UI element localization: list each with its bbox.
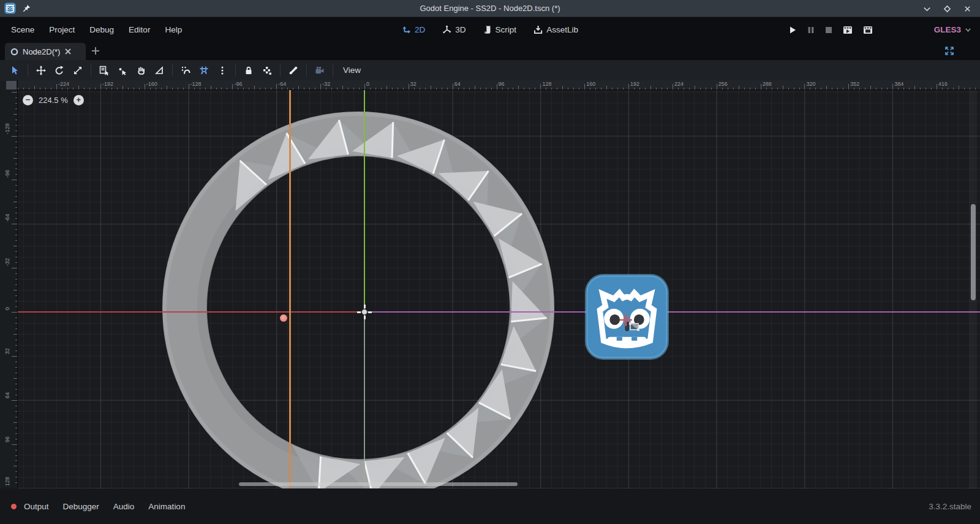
play-button[interactable] — [788, 26, 797, 34]
ss2d-ring-shape — [18, 90, 980, 488]
scale-tool-button[interactable] — [69, 63, 87, 78]
lock-object-button[interactable] — [239, 63, 258, 78]
engine-version-label: 3.3.2.stable — [929, 502, 971, 511]
viewport-canvas[interactable]: − 224.5 % + — [18, 90, 980, 488]
move-icon — [36, 66, 46, 75]
canvas-toolbar: View — [0, 60, 980, 80]
workspace-assetlib-button[interactable]: AssetLib — [533, 25, 578, 34]
2d-icon — [402, 25, 411, 34]
window-title: Godot Engine - SS2D - Node2D.tscn (*) — [0, 4, 980, 13]
shape-control-point[interactable] — [280, 314, 287, 322]
vertical-ruler: -128-96-64-320326496128 — [0, 80, 18, 488]
bottom-tab-audio[interactable]: Audio — [112, 499, 136, 514]
horizontal-scrollbar-thumb[interactable] — [239, 482, 518, 486]
select-tool-button[interactable] — [6, 63, 24, 78]
bone-icon — [288, 66, 298, 75]
workspace-script-button[interactable]: Script — [483, 25, 517, 34]
godot-logo-icon — [4, 2, 16, 14]
chevron-down-icon — [965, 26, 971, 33]
x-axis-line — [18, 311, 364, 313]
view-menu[interactable]: View — [337, 66, 367, 75]
menu-scene[interactable]: Scene — [4, 21, 42, 38]
new-scene-tab-button[interactable] — [91, 46, 100, 56]
grid-snap-icon — [199, 66, 209, 75]
smart-snap-icon — [181, 66, 190, 75]
assetlib-icon — [533, 25, 543, 34]
window-close-button[interactable] — [963, 5, 971, 13]
lock-icon — [244, 66, 254, 75]
grid-snap-button[interactable] — [195, 63, 213, 78]
window-maximize-button[interactable] — [943, 5, 951, 13]
3d-icon — [442, 25, 451, 34]
window-minimize-button[interactable] — [923, 5, 931, 13]
pivot-icon — [118, 66, 127, 75]
stop-button[interactable] — [825, 26, 832, 34]
move-tool-button[interactable] — [32, 63, 50, 78]
expand-icon — [944, 46, 954, 56]
bottom-tab-animation[interactable]: Animation — [147, 499, 186, 514]
dots-vertical-icon — [217, 66, 227, 75]
scene-tabbar: Node2D(*) — [0, 42, 980, 60]
renderer-dropdown[interactable]: GLES3 — [934, 25, 971, 34]
pause-button[interactable] — [807, 26, 815, 34]
renderer-label: GLES3 — [934, 25, 961, 34]
menu-debug[interactable]: Debug — [82, 21, 121, 38]
viewport-top-edge-line — [364, 311, 980, 313]
menu-project[interactable]: Project — [42, 21, 82, 38]
output-notification-dot — [11, 504, 17, 509]
ruler-icon — [154, 66, 164, 75]
bottom-panel: Output Debugger Audio Animation 3.3.2.st… — [0, 488, 980, 524]
ruler-tool-button[interactable] — [150, 63, 168, 78]
skeleton-options-button[interactable] — [284, 63, 303, 78]
zoom-level-label[interactable]: 224.5 % — [39, 96, 68, 105]
bottom-tab-output[interactable]: Output — [23, 499, 50, 514]
rotate-icon — [55, 66, 64, 75]
group-icon — [262, 66, 272, 75]
list-select-tool-button[interactable] — [95, 63, 113, 78]
scale-icon — [73, 66, 83, 75]
vertical-guide-line[interactable] — [289, 90, 291, 488]
pan-tool-button[interactable] — [132, 63, 150, 78]
select-arrow-icon — [10, 66, 20, 75]
menubar: Scene Project Debug Editor Help 2D 3D Sc… — [0, 18, 980, 42]
scene-tab-node2d[interactable]: Node2D(*) — [5, 43, 86, 60]
smart-snap-button[interactable] — [176, 63, 195, 78]
override-camera-button[interactable] — [311, 63, 329, 78]
script-icon — [483, 25, 492, 34]
tab-close-icon[interactable] — [64, 48, 72, 55]
list-select-icon — [99, 66, 109, 75]
workspace-3d-button[interactable]: 3D — [442, 25, 466, 34]
snap-options-button[interactable] — [213, 63, 232, 78]
play-custom-scene-button[interactable] — [863, 26, 873, 34]
bottom-tab-debugger[interactable]: Debugger — [62, 499, 100, 514]
menu-help[interactable]: Help — [157, 21, 189, 38]
pin-icon[interactable] — [22, 4, 31, 13]
vertical-scrollbar-thumb[interactable] — [971, 204, 976, 300]
pivot-tool-button[interactable] — [113, 63, 132, 78]
distraction-free-mode-button[interactable] — [944, 46, 954, 56]
zoom-out-button[interactable]: − — [23, 95, 33, 105]
camera-icon — [315, 66, 325, 75]
node2d-icon — [10, 48, 18, 56]
zoom-widget: − 224.5 % + — [23, 95, 84, 105]
menu-editor[interactable]: Editor — [121, 21, 157, 38]
pan-hand-icon — [136, 66, 146, 75]
viewport-left-edge-line — [364, 312, 365, 488]
workspace-2d-button[interactable]: 2D — [402, 25, 425, 34]
play-scene-button[interactable] — [843, 26, 853, 34]
horizontal-ruler: -224-192-160-128-96-64-32032649612816019… — [18, 80, 980, 90]
group-object-button[interactable] — [258, 63, 276, 78]
y-axis-line — [364, 90, 365, 312]
rotate-tool-button[interactable] — [50, 63, 69, 78]
titlebar: Godot Engine - SS2D - Node2D.tscn (*) — [0, 0, 980, 17]
zoom-in-button[interactable]: + — [74, 95, 84, 105]
ruler-corner — [6, 81, 17, 89]
tab-label: Node2D(*) — [23, 47, 60, 56]
